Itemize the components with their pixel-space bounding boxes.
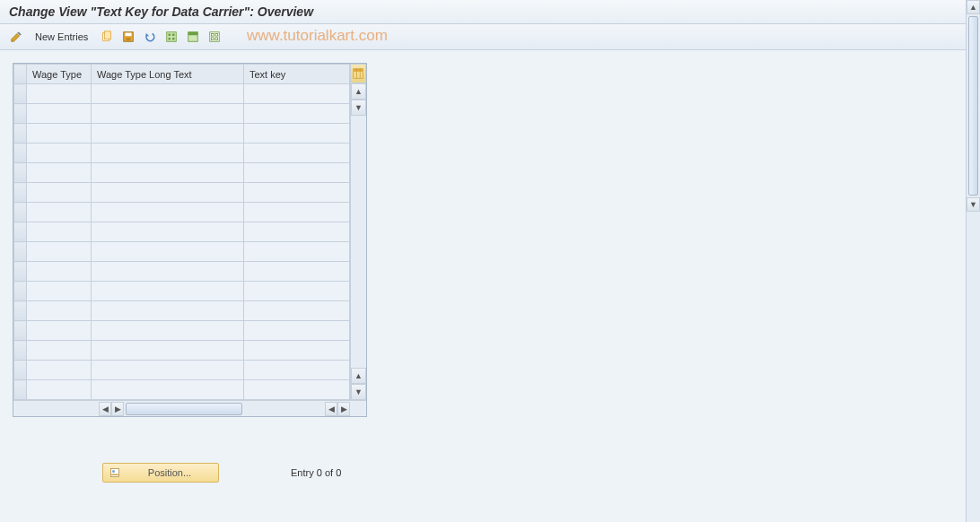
row-selector[interactable] [14,282,27,301]
table-row[interactable] [14,380,350,400]
col-header-wage-type[interactable]: Wage Type [27,65,92,84]
table-cell[interactable] [244,282,350,301]
table-cell[interactable] [27,341,92,361]
scroll-left-button[interactable]: ◀ [99,402,111,416]
page-scroll-thumb[interactable] [968,16,978,196]
row-selector[interactable] [14,341,27,361]
table-cell[interactable] [27,104,92,124]
table-cell[interactable] [92,301,244,321]
row-selector-header[interactable] [14,65,27,84]
table-row[interactable] [14,222,350,242]
table-cell[interactable] [27,144,92,163]
table-row[interactable] [14,163,350,183]
scroll-down-button[interactable]: ▼ [351,384,366,400]
table-cell[interactable] [92,262,244,282]
scroll-up-button[interactable]: ▲ [351,83,366,100]
toggle-change-button[interactable] [7,28,25,46]
table-row[interactable] [14,104,350,124]
scroll-track[interactable] [351,116,366,368]
table-cell[interactable] [244,203,350,222]
table-cell[interactable] [92,144,244,163]
table-cell[interactable] [244,321,350,341]
scroll-down-step-button[interactable]: ▼ [351,100,366,116]
row-selector[interactable] [14,144,27,163]
table-cell[interactable] [92,341,244,361]
table-row[interactable] [14,242,350,262]
position-button[interactable]: Position... [102,463,219,483]
col-header-text-key[interactable]: Text key [244,65,350,84]
table-cell[interactable] [244,242,350,262]
row-selector[interactable] [14,321,27,341]
table-row[interactable] [14,361,350,380]
table-cell[interactable] [92,183,244,203]
hscroll-thumb[interactable] [126,403,242,415]
table-cell[interactable] [27,361,92,380]
scroll-right-button[interactable]: ▶ [337,402,350,416]
table-row[interactable] [14,124,350,144]
table-cell[interactable] [244,183,350,203]
table-row[interactable] [14,321,350,341]
row-selector[interactable] [14,183,27,203]
row-selector[interactable] [14,262,27,282]
table-cell[interactable] [27,262,92,282]
table-cell[interactable] [92,361,244,380]
table-cell[interactable] [244,361,350,380]
undo-button[interactable] [141,28,159,46]
table-cell[interactable] [92,321,244,341]
row-selector[interactable] [14,163,27,183]
table-horizontal-scrollbar[interactable]: ◀ ▶ ◀ ▶ [13,400,366,416]
select-block-button[interactable] [184,28,202,46]
table-cell[interactable] [27,124,92,144]
table-row[interactable] [14,144,350,163]
row-selector[interactable] [14,361,27,380]
table-cell[interactable] [27,203,92,222]
page-scroll-down-button[interactable]: ▼ [967,197,980,212]
table-cell[interactable] [27,183,92,203]
row-selector[interactable] [14,301,27,321]
table-cell[interactable] [244,222,350,242]
new-entries-button[interactable]: New Entries [29,28,94,46]
table-cell[interactable] [92,282,244,301]
row-selector[interactable] [14,84,27,104]
table-cell[interactable] [92,242,244,262]
table-cell[interactable] [244,104,350,124]
table-cell[interactable] [27,222,92,242]
table-cell[interactable] [92,104,244,124]
page-scroll-up-button[interactable]: ▲ [967,0,980,14]
row-selector[interactable] [14,222,27,242]
table-cell[interactable] [92,203,244,222]
col-header-wage-long-text[interactable]: Wage Type Long Text [92,65,244,84]
table-row[interactable] [14,282,350,301]
row-selector[interactable] [14,124,27,144]
table-row[interactable] [14,84,350,104]
table-cell[interactable] [27,380,92,400]
scroll-up-step-button[interactable]: ▲ [351,368,366,384]
table-row[interactable] [14,203,350,222]
copy-button[interactable] [98,28,116,46]
table-row[interactable] [14,341,350,361]
table-cell[interactable] [27,163,92,183]
row-selector[interactable] [14,242,27,262]
deselect-button[interactable] [206,28,223,46]
table-row[interactable] [14,262,350,282]
table-cell[interactable] [92,163,244,183]
table-cell[interactable] [27,282,92,301]
scroll-right-step-button[interactable]: ▶ [111,402,124,416]
save-button[interactable] [119,28,137,46]
table-cell[interactable] [92,222,244,242]
scroll-left-step-button[interactable]: ◀ [325,402,337,416]
table-cell[interactable] [244,380,350,400]
table-cell[interactable] [244,124,350,144]
table-cell[interactable] [92,124,244,144]
table-config-button[interactable] [350,64,366,83]
table-cell[interactable] [27,242,92,262]
page-vertical-scrollbar[interactable]: ▲ ▼ [966,0,980,522]
data-table[interactable]: Wage Type Wage Type Long Text Text key [13,64,350,400]
table-vertical-scrollbar[interactable]: ▲ ▼ ▲ ▼ [350,83,366,400]
table-cell[interactable] [244,144,350,163]
table-cell[interactable] [27,321,92,341]
table-row[interactable] [14,183,350,203]
table-cell[interactable] [27,84,92,104]
table-cell[interactable] [244,301,350,321]
select-all-button[interactable] [162,28,180,46]
